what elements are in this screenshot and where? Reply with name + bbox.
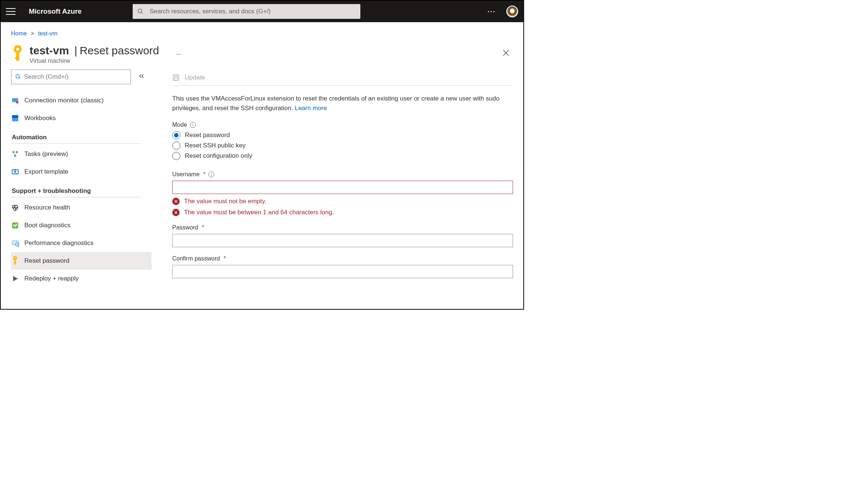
svg-point-0 [138, 9, 142, 13]
sidebar-item-icon [11, 96, 19, 105]
brand-label: Microsoft Azure [29, 7, 82, 16]
sidebar-item[interactable]: Export template [11, 163, 152, 181]
radio-icon [172, 152, 180, 160]
info-icon[interactable]: i [190, 122, 196, 128]
sidebar-item-label: Tasks (preview) [24, 150, 68, 158]
svg-line-5 [19, 78, 20, 79]
validation-error: The value must not be empty. [172, 198, 513, 205]
sidebar-item[interactable]: Tasks (preview) [11, 145, 152, 163]
sidebar-item[interactable]: Connection monitor (classic) [11, 92, 152, 109]
collapse-sidebar-button[interactable] [138, 73, 145, 81]
mode-radio-option[interactable]: Reset SSH public key [172, 142, 513, 150]
sidebar-item-icon [11, 221, 19, 229]
radio-icon [172, 142, 180, 150]
sidebar-item-label: Reset password [24, 257, 69, 265]
sidebar-item[interactable]: Workbooks [11, 109, 152, 127]
save-icon [172, 74, 180, 81]
svg-rect-10 [13, 151, 15, 153]
sidebar-item-icon [11, 257, 19, 265]
update-button[interactable]: Update [185, 74, 205, 81]
error-icon [172, 198, 180, 205]
sidebar-item-label: Performance diagnostics [24, 239, 94, 247]
info-icon[interactable]: i [208, 171, 214, 177]
password-label: Password [172, 224, 198, 231]
sidebar-item[interactable]: Boot diagnostics [11, 217, 152, 234]
chevron-double-left-icon [138, 73, 145, 79]
svg-rect-22 [174, 78, 177, 80]
sidebar-search[interactable] [11, 69, 131, 84]
title-separator: | [74, 44, 77, 57]
sidebar-item-icon [11, 204, 19, 212]
avatar[interactable] [506, 6, 518, 17]
page-more-icon[interactable]: ··· [176, 50, 182, 58]
sidebar-search-input[interactable] [24, 73, 127, 81]
svg-point-4 [16, 75, 19, 78]
svg-line-19 [18, 246, 19, 247]
confirm-password-input[interactable] [172, 265, 513, 278]
sidebar-item[interactable]: Redeploy + reapply [11, 270, 152, 287]
sidebar-item-icon [11, 114, 19, 122]
key-icon [11, 45, 24, 61]
breadcrumb-resource[interactable]: test-vm [38, 30, 57, 37]
page-title-resource: test-vm [30, 44, 69, 57]
sidebar-item[interactable]: Resource health [11, 199, 152, 217]
radio-label: Reset password [185, 132, 230, 139]
svg-line-14 [15, 153, 17, 155]
mode-label: Mode [172, 122, 187, 128]
hamburger-menu-icon[interactable] [6, 7, 16, 16]
sidebar-item-icon [11, 239, 19, 247]
svg-line-13 [13, 153, 15, 155]
sidebar-item-icon [11, 168, 19, 176]
validation-error: The value must be between 1 and 64 chara… [172, 209, 513, 216]
radio-label: Reset SSH public key [185, 142, 245, 149]
breadcrumb: Home > test-vm [11, 30, 513, 37]
sidebar-item-icon [11, 150, 19, 158]
learn-more-link[interactable]: Learn more [295, 105, 327, 112]
password-input[interactable] [172, 234, 513, 247]
radio-label: Reset configuration only [185, 152, 252, 160]
sidebar-item[interactable]: Reset password [11, 252, 152, 270]
search-icon [15, 74, 21, 80]
search-icon [137, 8, 144, 15]
sidebar: Connection monitor (classic)Workbooks Au… [11, 69, 152, 309]
page-title-section: Reset password [79, 44, 159, 57]
breadcrumb-home[interactable]: Home [11, 30, 27, 37]
mode-radio-option[interactable]: Reset password [172, 131, 513, 139]
svg-rect-16 [12, 222, 18, 229]
sidebar-section-automation: Automation [11, 127, 141, 144]
global-search-placeholder: Search resources, services, and docs (G+… [150, 8, 271, 15]
svg-rect-9 [12, 115, 18, 118]
topbar-more-icon[interactable]: ⋯ [487, 7, 496, 16]
svg-rect-11 [16, 151, 18, 153]
mode-radio-option[interactable]: Reset configuration only [172, 152, 513, 160]
breadcrumb-sep: > [31, 30, 34, 37]
svg-rect-12 [14, 155, 16, 157]
sidebar-item[interactable]: Performance diagnostics [11, 234, 152, 252]
sidebar-item-label: Export template [24, 168, 68, 176]
sidebar-item-label: Resource health [24, 204, 70, 211]
sidebar-item-label: Redeploy + reapply [24, 275, 79, 282]
sidebar-item-label: Boot diagnostics [24, 222, 71, 229]
page-subtitle: Virtual machine [30, 58, 159, 64]
main-panel: Update This uses the VMAccessForLinux ex… [152, 69, 513, 309]
global-search[interactable]: Search resources, services, and docs (G+… [133, 4, 360, 19]
sidebar-item-label: Workbooks [24, 115, 56, 122]
sidebar-section-support: Support + troubleshooting [11, 181, 141, 197]
confirm-password-label: Confirm password [172, 255, 220, 262]
error-icon [172, 209, 180, 216]
close-button[interactable] [502, 49, 510, 58]
radio-icon [172, 131, 180, 139]
username-input[interactable] [172, 181, 513, 194]
sidebar-item-label: Connection monitor (classic) [24, 97, 103, 104]
svg-rect-20 [173, 75, 179, 80]
svg-line-1 [141, 12, 143, 14]
svg-rect-21 [174, 75, 177, 76]
close-icon [502, 49, 510, 57]
top-bar: Microsoft Azure Search resources, servic… [1, 1, 523, 22]
svg-point-7 [16, 101, 18, 103]
description-text: This uses the VMAccessForLinux extension… [172, 94, 513, 113]
sidebar-item-icon [11, 275, 19, 283]
toolbar: Update [172, 69, 513, 86]
username-label: Username [172, 171, 200, 178]
